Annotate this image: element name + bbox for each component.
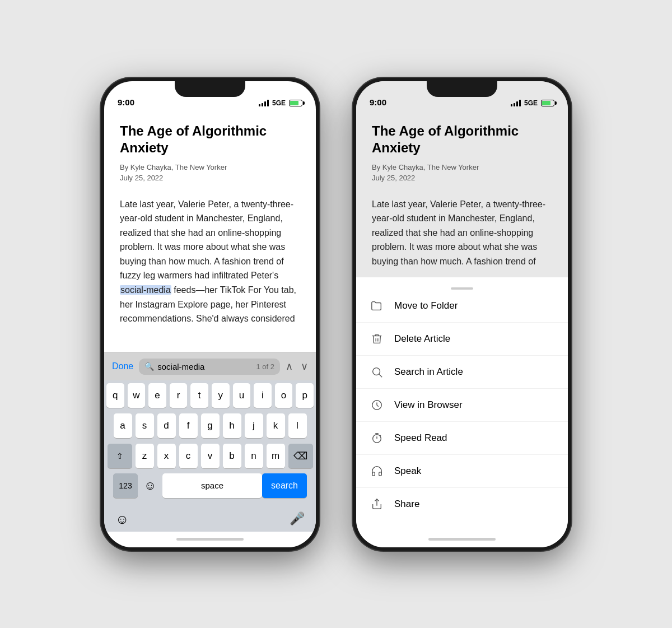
key-123[interactable]: 123 (113, 473, 138, 498)
key-c[interactable]: c (179, 444, 198, 468)
key-q[interactable]: q (106, 383, 124, 408)
key-search[interactable]: search (262, 473, 307, 498)
phones-container: 9:00 5GE The Age of Algorithmic Anxiety … (101, 55, 571, 573)
timer-icon (370, 431, 384, 445)
keyboard-row-1: q w e r t y u i o p (104, 380, 316, 411)
key-delete[interactable]: ⌫ (288, 444, 313, 468)
status-icons-2: 5GE (511, 99, 554, 107)
key-r[interactable]: r (170, 383, 188, 408)
key-l[interactable]: l (288, 413, 307, 438)
key-a[interactable]: a (114, 413, 132, 438)
article-author-1: By Kyle Chayka, The New Yorker (120, 163, 227, 171)
key-s[interactable]: s (136, 413, 154, 438)
status-time-2: 9:00 (370, 97, 386, 107)
key-y[interactable]: y (212, 383, 230, 408)
battery-level-2 (542, 101, 550, 105)
key-h[interactable]: h (223, 413, 241, 438)
svg-point-0 (373, 368, 380, 375)
menu-item-delete-article[interactable]: Delete Article (356, 323, 568, 356)
key-k[interactable]: k (267, 413, 285, 438)
dictate-icon[interactable]: 🎤 (290, 511, 305, 527)
signal-icon-2 (511, 100, 521, 106)
search-next-button[interactable]: ∨ (301, 360, 308, 373)
key-t[interactable]: t (190, 383, 208, 408)
screen-2: 9:00 5GE The Age of Algorithmic Anxiety … (356, 81, 568, 547)
headphones-icon (370, 464, 384, 478)
key-d[interactable]: d (157, 413, 176, 438)
share-icon (370, 497, 384, 511)
network-text-1: 5GE (272, 99, 286, 107)
article-author-2: By Kyle Chayka, The New Yorker (372, 163, 479, 171)
key-j[interactable]: j (245, 413, 263, 438)
article-title-1: The Age of Algorithmic Anxiety (120, 123, 300, 156)
search-input-text[interactable]: social-media (157, 362, 253, 371)
menu-item-speed-read[interactable]: Speed Read (356, 422, 568, 455)
key-f[interactable]: f (179, 413, 198, 438)
menu-item-search-in-article[interactable]: Search in Article (356, 356, 568, 389)
search-bar-1: Done 🔍 social-media 1 of 2 ∧ ∨ (104, 352, 316, 380)
menu-label-delete-article: Delete Article (394, 333, 450, 345)
menu-item-share[interactable]: Share (356, 488, 568, 520)
notch-1 (175, 78, 245, 97)
battery-level-1 (290, 101, 298, 105)
folder-icon (370, 299, 384, 313)
article-content-1: The Age of Algorithmic Anxiety By Kyle C… (104, 111, 316, 352)
key-n[interactable]: n (245, 444, 263, 468)
key-w[interactable]: w (128, 383, 146, 408)
keyboard-row-2: a s d f g h j k l (104, 411, 316, 441)
context-menu: Move to Folder Delete Article Search in … (356, 277, 568, 531)
menu-item-view-in-browser[interactable]: View in Browser (356, 389, 568, 422)
menu-label-speak: Speak (394, 466, 421, 477)
article-date-1: July 25, 2022 (120, 174, 163, 182)
key-u[interactable]: u (233, 383, 251, 408)
signal-icon-1 (259, 100, 269, 106)
search-input-wrapper[interactable]: 🔍 social-media 1 of 2 (139, 359, 280, 375)
key-p[interactable]: p (296, 383, 314, 408)
key-m[interactable]: m (267, 444, 285, 468)
menu-item-speak[interactable]: Speak (356, 455, 568, 488)
key-space[interactable]: space (162, 473, 262, 498)
key-z[interactable]: z (136, 444, 154, 468)
article-date-2: July 25, 2022 (372, 174, 415, 182)
key-o[interactable]: o (275, 383, 293, 408)
search-nav-buttons: ∧ ∨ (286, 360, 308, 373)
home-bar-2 (428, 538, 496, 541)
key-v[interactable]: v (201, 444, 220, 468)
key-emoji[interactable]: ☺ (138, 473, 162, 498)
keyboard-1: q w e r t y u i o p a s d f g (104, 380, 316, 532)
menu-label-search-in-article: Search in Article (394, 366, 463, 378)
keyboard-row-3: ⇧ z x c v b n m ⌫ (104, 441, 316, 471)
status-time-1: 9:00 (118, 97, 134, 107)
article-preview-2: The Age of Algorithmic Anxiety By Kyle C… (356, 111, 568, 278)
key-x[interactable]: x (157, 444, 176, 468)
menu-label-share: Share (394, 499, 419, 510)
key-b[interactable]: b (223, 444, 241, 468)
article-meta-1: By Kyle Chayka, The New Yorker July 25, … (120, 162, 300, 184)
article-meta-2: By Kyle Chayka, The New Yorker July 25, … (372, 162, 552, 184)
menu-label-view-in-browser: View in Browser (394, 399, 463, 411)
phone-1: 9:00 5GE The Age of Algorithmic Anxiety … (101, 78, 319, 551)
status-icons-1: 5GE (259, 99, 302, 107)
menu-label-move-to-folder: Move to Folder (394, 300, 458, 311)
search-done-button[interactable]: Done (112, 361, 133, 371)
search-icon (370, 365, 384, 379)
emoji-icon[interactable]: ☺ (115, 511, 129, 527)
battery-icon-1 (289, 100, 302, 106)
key-shift[interactable]: ⇧ (108, 444, 132, 468)
notch-2 (427, 78, 497, 97)
menu-item-move-to-folder[interactable]: Move to Folder (356, 290, 568, 323)
home-indicator-2 (356, 532, 568, 547)
menu-label-speed-read: Speed Read (394, 432, 447, 444)
search-prev-button[interactable]: ∧ (286, 360, 293, 373)
home-bar-1 (176, 538, 244, 541)
home-indicator-1 (104, 532, 316, 547)
highlight-text-1: social-media (120, 285, 171, 295)
article-body-2: Late last year, Valerie Peter, a twenty-… (372, 197, 552, 269)
key-i[interactable]: i (254, 383, 272, 408)
key-g[interactable]: g (201, 413, 220, 438)
key-e[interactable]: e (148, 383, 166, 408)
search-result-count: 1 of 2 (256, 362, 274, 371)
keyboard-row-4: 123 ☺ space search (104, 471, 316, 511)
search-icon-small: 🔍 (144, 362, 154, 371)
screen-1: 9:00 5GE The Age of Algorithmic Anxiety … (104, 81, 316, 547)
